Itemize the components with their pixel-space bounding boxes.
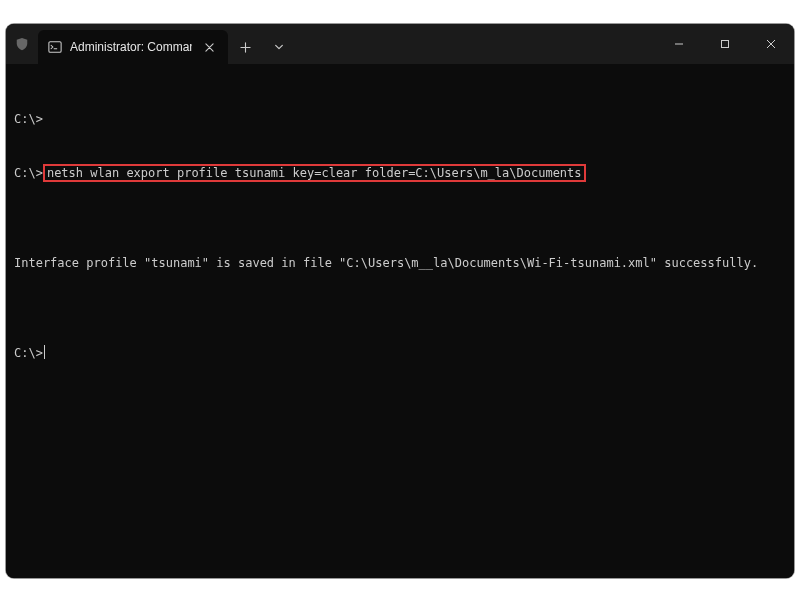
prompt-line: C:\> bbox=[14, 344, 786, 362]
minimize-button[interactable] bbox=[656, 24, 702, 64]
maximize-button[interactable] bbox=[702, 24, 748, 64]
output-line: Interface profile "tsunami" is saved in … bbox=[14, 254, 786, 272]
titlebar[interactable]: Administrator: Command Pro bbox=[6, 24, 794, 64]
highlighted-command: netsh wlan export profile tsunami key=cl… bbox=[43, 164, 586, 182]
window-controls bbox=[656, 24, 794, 64]
prompt: C:\> bbox=[14, 166, 43, 180]
close-button[interactable] bbox=[748, 24, 794, 64]
prompt: C:\> bbox=[14, 346, 43, 360]
uac-shield-icon bbox=[6, 24, 38, 64]
svg-rect-0 bbox=[49, 42, 61, 53]
titlebar-drag-region[interactable] bbox=[296, 24, 656, 64]
terminal-output[interactable]: C:\> C:\>netsh wlan export profile tsuna… bbox=[6, 64, 794, 578]
prompt-line: C:\> bbox=[14, 110, 786, 128]
terminal-window: Administrator: Command Pro C:\> C:\> bbox=[6, 24, 794, 578]
tab-title: Administrator: Command Pro bbox=[70, 40, 192, 54]
new-tab-button[interactable] bbox=[228, 30, 262, 64]
tab-close-button[interactable] bbox=[200, 38, 218, 56]
cmd-icon bbox=[48, 40, 62, 54]
prompt: C:\> bbox=[14, 112, 43, 126]
svg-rect-1 bbox=[722, 41, 729, 48]
tab-dropdown-button[interactable] bbox=[262, 30, 296, 64]
tab-active[interactable]: Administrator: Command Pro bbox=[38, 30, 228, 64]
command-line: C:\>netsh wlan export profile tsunami ke… bbox=[14, 164, 786, 182]
text-cursor bbox=[44, 345, 45, 359]
